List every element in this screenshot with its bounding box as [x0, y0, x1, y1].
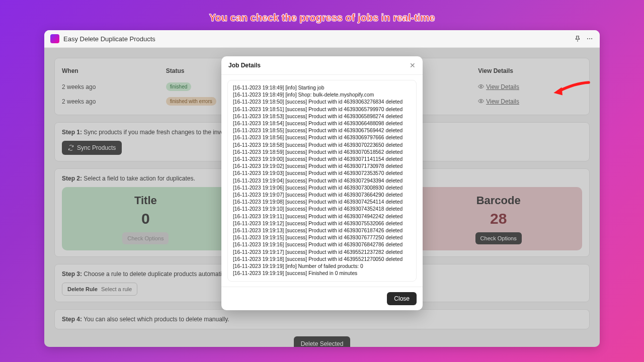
svg-point-2 — [591, 38, 592, 39]
field-card-title[interactable]: Title 0 Check Options — [62, 187, 229, 250]
titlebar: Easy Delete Duplicate Products — [44, 30, 600, 48]
check-options-button[interactable]: Check Options — [475, 232, 522, 244]
card-count: 28 — [420, 210, 577, 227]
close-icon[interactable]: ✕ — [410, 61, 416, 69]
svg-point-4 — [480, 100, 482, 102]
app-icon — [50, 34, 59, 43]
col-view: View Details — [478, 67, 582, 74]
sync-icon — [68, 145, 74, 151]
card-title: Title — [67, 194, 224, 207]
card-count: 0 — [67, 210, 224, 227]
svg-point-0 — [587, 38, 588, 39]
step4-label: Step 4: You can also select which produc… — [62, 316, 582, 323]
eye-icon — [478, 83, 484, 89]
job-when: 2 weeks ago — [62, 98, 166, 105]
col-when: When — [62, 67, 166, 74]
app-title: Easy Delete Duplicate Products — [63, 35, 155, 43]
more-icon[interactable] — [586, 35, 594, 43]
sync-products-button[interactable]: Sync Products — [62, 141, 122, 155]
modal-title: Job Details — [228, 62, 261, 69]
delete-selected-button[interactable]: Delete Selected — [294, 336, 351, 347]
eye-icon — [478, 98, 484, 104]
promo-banner: You can check the progress of jobs in re… — [0, 12, 644, 24]
view-details-link[interactable]: View Details — [478, 83, 519, 90]
status-badge: finished — [166, 82, 191, 91]
delete-rule-select[interactable]: Delete Rule Select a rule — [62, 283, 137, 296]
status-badge: finished with errors — [166, 97, 216, 106]
view-details-link[interactable]: View Details — [478, 98, 519, 105]
job-log: [16-11-2023 19:18:49] [info] Starting jo… — [227, 80, 417, 282]
pin-icon[interactable] — [574, 35, 582, 43]
svg-point-1 — [589, 38, 590, 39]
step4-panel: Step 4: You can also select which produc… — [54, 309, 590, 329]
field-card-barcode[interactable]: Barcode 28 Check Options — [415, 187, 582, 250]
job-details-modal: Job Details ✕ [16-11-2023 19:18:49] [inf… — [221, 56, 423, 310]
check-options-button[interactable]: Check Options — [122, 232, 169, 244]
job-when: 2 weeks ago — [62, 83, 166, 90]
card-title: Barcode — [420, 194, 577, 207]
close-button[interactable]: Close — [387, 292, 417, 305]
svg-point-3 — [480, 85, 482, 87]
